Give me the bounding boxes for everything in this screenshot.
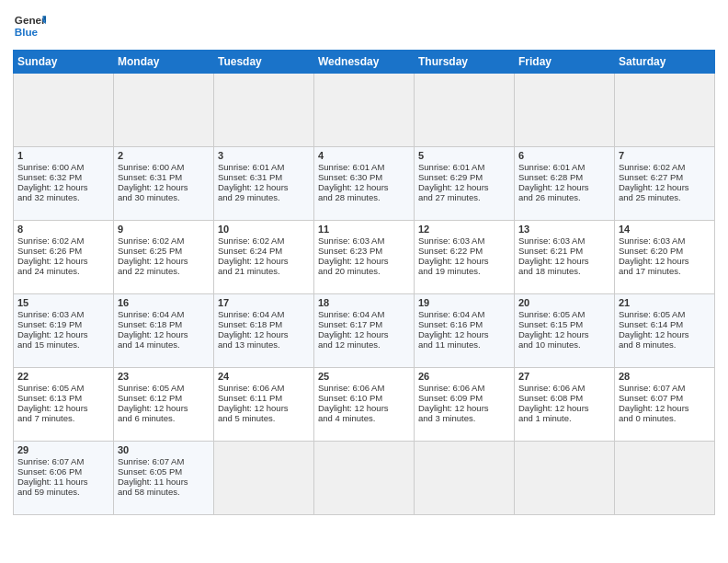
sunrise-label: Sunrise: 6:06 AM — [218, 383, 284, 393]
daylight-label: Daylight: 11 hours — [118, 477, 188, 487]
logo-icon: General Blue — [13, 9, 46, 42]
calendar-week-0 — [14, 74, 715, 147]
daylight-mins: and 58 minutes. — [118, 487, 180, 497]
daylight-label: Daylight: 12 hours — [218, 403, 289, 413]
day-number: 7 — [619, 150, 711, 161]
daylight-label: Daylight: 12 hours — [619, 256, 689, 266]
daylight-label: Daylight: 12 hours — [17, 329, 88, 339]
daylight-mins: and 32 minutes. — [17, 192, 80, 202]
calendar-cell: 26 Sunrise: 6:06 AM Sunset: 6:09 PM Dayl… — [415, 368, 515, 442]
sunset-label: Sunset: 6:05 PM — [118, 466, 182, 477]
calendar-cell — [415, 74, 515, 147]
calendar-cell: 5 Sunrise: 6:01 AM Sunset: 6:29 PM Dayli… — [415, 147, 515, 221]
sunrise-label: Sunrise: 6:07 AM — [118, 456, 184, 466]
sunset-label: Sunset: 6:19 PM — [17, 319, 82, 329]
daylight-mins: and 5 minutes. — [218, 413, 275, 423]
day-number: 18 — [318, 297, 410, 308]
day-number: 5 — [418, 150, 510, 161]
daylight-label: Daylight: 12 hours — [17, 182, 88, 192]
sunset-label: Sunset: 6:16 PM — [418, 319, 483, 329]
calendar-cell: 24 Sunrise: 6:06 AM Sunset: 6:11 PM Dayl… — [214, 368, 314, 442]
calendar-cell — [14, 74, 114, 147]
calendar-cell: 4 Sunrise: 6:01 AM Sunset: 6:30 PM Dayli… — [314, 147, 415, 221]
calendar-week-3: 15 Sunrise: 6:03 AM Sunset: 6:19 PM Dayl… — [14, 294, 715, 368]
calendar-cell — [314, 442, 415, 515]
calendar-week-1: 1 Sunrise: 6:00 AM Sunset: 6:32 PM Dayli… — [14, 147, 715, 221]
calendar-cell: 11 Sunrise: 6:03 AM Sunset: 6:23 PM Dayl… — [314, 221, 415, 294]
day-number: 29 — [17, 444, 109, 455]
daylight-label: Daylight: 12 hours — [318, 403, 389, 413]
sunset-label: Sunset: 6:07 PM — [619, 393, 683, 403]
day-header-friday: Friday — [515, 51, 615, 74]
calendar-cell: 28 Sunrise: 6:07 AM Sunset: 6:07 PM Dayl… — [615, 368, 715, 442]
calendar-cell: 2 Sunrise: 6:00 AM Sunset: 6:31 PM Dayli… — [114, 147, 214, 221]
sunrise-label: Sunrise: 6:04 AM — [118, 309, 184, 319]
daylight-label: Daylight: 12 hours — [418, 256, 489, 266]
day-number: 17 — [218, 297, 310, 308]
calendar-cell: 12 Sunrise: 6:03 AM Sunset: 6:22 PM Dayl… — [415, 221, 515, 294]
day-number: 27 — [518, 371, 610, 382]
daylight-mins: and 20 minutes. — [318, 266, 381, 276]
sunrise-label: Sunrise: 6:03 AM — [518, 236, 585, 246]
day-header-saturday: Saturday — [615, 51, 715, 74]
calendar-cell — [114, 74, 214, 147]
day-header-wednesday: Wednesday — [314, 51, 415, 74]
day-number: 4 — [318, 150, 410, 161]
day-number: 30 — [118, 444, 210, 455]
daylight-label: Daylight: 12 hours — [518, 403, 589, 413]
calendar-cell: 23 Sunrise: 6:05 AM Sunset: 6:12 PM Dayl… — [114, 368, 214, 442]
daylight-label: Daylight: 12 hours — [218, 329, 289, 339]
sunset-label: Sunset: 6:20 PM — [619, 246, 683, 256]
daylight-mins: and 28 minutes. — [318, 192, 381, 202]
sunrise-label: Sunrise: 6:01 AM — [418, 162, 484, 172]
day-number: 11 — [318, 224, 410, 235]
calendar-cell: 17 Sunrise: 6:04 AM Sunset: 6:18 PM Dayl… — [214, 294, 314, 368]
calendar-week-4: 22 Sunrise: 6:05 AM Sunset: 6:13 PM Dayl… — [14, 368, 715, 442]
daylight-mins: and 25 minutes. — [619, 192, 681, 202]
calendar-cell: 21 Sunrise: 6:05 AM Sunset: 6:14 PM Dayl… — [615, 294, 715, 368]
page-header: General Blue — [13, 9, 715, 42]
calendar-header-row: SundayMondayTuesdayWednesdayThursdayFrid… — [14, 51, 715, 74]
day-number: 25 — [318, 371, 410, 382]
daylight-mins: and 21 minutes. — [218, 266, 280, 276]
sunrise-label: Sunrise: 6:06 AM — [318, 383, 384, 393]
daylight-mins: and 6 minutes. — [118, 413, 175, 423]
daylight-mins: and 0 minutes. — [619, 413, 676, 423]
sunrise-label: Sunrise: 6:05 AM — [518, 309, 585, 319]
day-number: 9 — [118, 224, 210, 235]
sunrise-label: Sunrise: 6:07 AM — [619, 383, 685, 393]
calendar-week-5: 29 Sunrise: 6:07 AM Sunset: 6:06 PM Dayl… — [14, 442, 715, 515]
daylight-label: Daylight: 12 hours — [318, 329, 389, 339]
daylight-mins: and 8 minutes. — [619, 339, 676, 350]
svg-text:General: General — [15, 14, 46, 26]
day-number: 1 — [17, 150, 109, 161]
daylight-label: Daylight: 12 hours — [118, 256, 188, 266]
sunrise-label: Sunrise: 6:01 AM — [318, 162, 384, 172]
calendar-cell — [415, 442, 515, 515]
sunrise-label: Sunrise: 6:02 AM — [118, 236, 184, 246]
daylight-mins: and 13 minutes. — [218, 339, 280, 350]
day-number: 6 — [518, 150, 610, 161]
sunrise-label: Sunrise: 6:02 AM — [619, 162, 685, 172]
sunset-label: Sunset: 6:12 PM — [118, 393, 182, 403]
calendar-cell: 6 Sunrise: 6:01 AM Sunset: 6:28 PM Dayli… — [515, 147, 615, 221]
daylight-mins: and 27 minutes. — [418, 192, 481, 202]
calendar-cell: 19 Sunrise: 6:04 AM Sunset: 6:16 PM Dayl… — [415, 294, 515, 368]
daylight-mins: and 17 minutes. — [619, 266, 681, 276]
daylight-label: Daylight: 12 hours — [518, 256, 589, 266]
calendar-cell: 22 Sunrise: 6:05 AM Sunset: 6:13 PM Dayl… — [14, 368, 114, 442]
sunrise-label: Sunrise: 6:04 AM — [418, 309, 484, 319]
day-header-thursday: Thursday — [415, 51, 515, 74]
calendar-cell — [615, 74, 715, 147]
day-number: 26 — [418, 371, 510, 382]
calendar-cell: 13 Sunrise: 6:03 AM Sunset: 6:21 PM Dayl… — [515, 221, 615, 294]
calendar-table: SundayMondayTuesdayWednesdayThursdayFrid… — [13, 50, 715, 515]
sunset-label: Sunset: 6:18 PM — [218, 319, 282, 329]
daylight-label: Daylight: 12 hours — [418, 403, 489, 413]
daylight-mins: and 18 minutes. — [518, 266, 581, 276]
sunrise-label: Sunrise: 6:03 AM — [17, 309, 84, 319]
day-number: 20 — [518, 297, 610, 308]
sunset-label: Sunset: 6:09 PM — [418, 393, 483, 403]
daylight-label: Daylight: 12 hours — [619, 403, 689, 413]
sunset-label: Sunset: 6:13 PM — [17, 393, 82, 403]
